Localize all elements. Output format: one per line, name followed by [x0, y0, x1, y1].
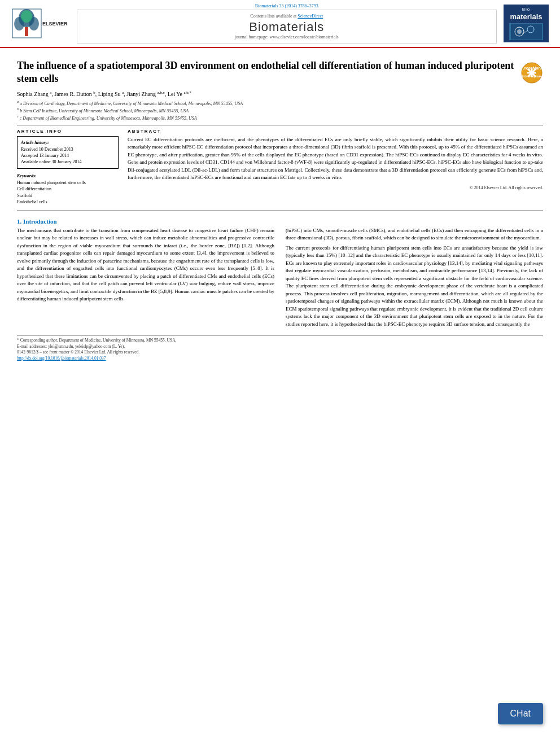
page: ELSEVIER Biomaterials 35 (2014) 3786–379…	[0, 0, 560, 367]
section-1-header: 1. Introduction	[17, 218, 543, 225]
doi-link[interactable]: http://dx.doi.org/10.1016/j.biomaterials…	[17, 356, 106, 361]
divider-middle	[17, 211, 543, 211]
keywords-label: Keywords:	[17, 173, 119, 178]
article-info-col: ARTICLE INFO Article history: Received 1…	[17, 129, 119, 205]
body-col-left: The mechanisms that contribute to the tr…	[17, 227, 274, 331]
intro-para2: (hiPSC) into CMs, smooth-muscle cells (S…	[286, 227, 543, 242]
biomaterials-logo: Bio materials	[504, 5, 549, 42]
footnote-email: E-mail addresses: ylei@umn.edu, yeleislp…	[17, 344, 543, 350]
keyword-1: Human induced pluripotent stem cells	[17, 180, 119, 186]
keywords-section: Keywords: Human induced pluripotent stem…	[17, 173, 119, 205]
abstract-text: Current EC differentiation protocols are…	[128, 136, 543, 182]
footnote-doi: http://dx.doi.org/10.1016/j.biomaterials…	[17, 356, 543, 362]
body-two-col: The mechanisms that contribute to the tr…	[17, 227, 543, 331]
keyword-3: Scaffold	[17, 193, 119, 199]
svg-rect-5	[25, 27, 28, 36]
intro-para3: The current protocols for differentiatin…	[286, 244, 543, 329]
received-date: Received 10 December 2013	[21, 146, 115, 152]
keyword-4: Endothelial cells	[17, 199, 119, 205]
accepted-date: Accepted 13 January 2014	[21, 152, 115, 159]
journal-citation: Biomaterials 35 (2014) 3786–3793	[77, 3, 497, 8]
info-abstract-section: ARTICLE INFO Article history: Received 1…	[17, 129, 543, 205]
keyword-2: Cell differentiation	[17, 186, 119, 192]
article-info-box: Article history: Received 10 December 20…	[17, 136, 119, 169]
science-direct-link[interactable]: ScienceDirect	[298, 14, 323, 19]
elsevier-logo: ELSEVIER	[11, 8, 68, 39]
journal-center-header: Biomaterials 35 (2014) 3786–3793 Content…	[77, 3, 497, 43]
svg-text:click for updates: click for updates	[520, 75, 543, 78]
divider-top	[17, 125, 543, 125]
elsevier-wordmark: ELSEVIER	[42, 21, 68, 27]
article-history-label: Article history:	[21, 140, 115, 145]
svg-point-9	[517, 29, 522, 34]
article-info-label: ARTICLE INFO	[17, 129, 119, 134]
bio-logo-main: materials	[509, 12, 543, 22]
bio-logo-top: Bio	[509, 7, 543, 12]
main-content: The influence of a spatiotemporal 3D env…	[0, 48, 560, 367]
footnote-corresponding: * Corresponding author. Department of Me…	[17, 338, 543, 344]
body-col-right: (hiPSC) into CMs, smooth-muscle cells (S…	[286, 227, 543, 331]
abstract-copyright: © 2014 Elsevier Ltd. All rights reserved…	[128, 185, 543, 190]
chat-button[interactable]: CHat	[498, 703, 543, 724]
affiliations: a a Division of Cardiology, Department o…	[17, 99, 543, 121]
article-title-section: The influence of a spatiotemporal 3D env…	[17, 59, 543, 86]
crossmark-logo[interactable]: CrossMark click for updates	[520, 62, 543, 84]
contents-available: Contents lists available at ScienceDirec…	[100, 14, 474, 19]
journal-header: ELSEVIER Biomaterials 35 (2014) 3786–379…	[0, 0, 560, 48]
elsevier-tree-icon	[11, 8, 42, 39]
intro-para1: The mechanisms that contribute to the tr…	[17, 227, 274, 303]
journal-title-banner: Biomaterials	[100, 20, 474, 34]
journal-homepage: journal homepage: www.elsevier.com/locat…	[100, 34, 474, 40]
authors-line: Sophia Zhang a, James R. Dutton b, Lipin…	[17, 90, 543, 97]
abstract-col: ABSTRACT Current EC differentiation prot…	[128, 129, 543, 205]
abstract-label: ABSTRACT	[128, 129, 543, 134]
footnote-issn: 0142-9612/$ – see front matter © 2014 El…	[17, 350, 543, 356]
biomaterials-cover-icon	[511, 24, 542, 40]
svg-point-6	[21, 10, 32, 23]
footnotes: * Corresponding author. Department of Me…	[17, 335, 543, 361]
svg-rect-7	[511, 24, 542, 40]
available-date: Available online 30 January 2014	[21, 159, 115, 165]
article-title-text: The influence of a spatiotemporal 3D env…	[17, 59, 515, 86]
